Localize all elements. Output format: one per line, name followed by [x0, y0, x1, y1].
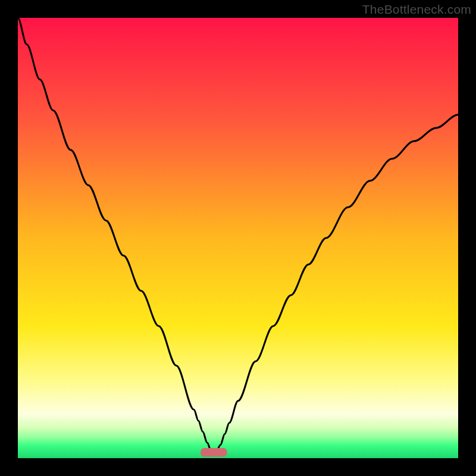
- optimum-marker: [201, 448, 227, 457]
- gradient-background: [18, 18, 458, 458]
- chart-svg: [18, 18, 458, 458]
- watermark-text: TheBottleneck.com: [362, 2, 471, 17]
- plot-area: [18, 18, 458, 458]
- chart-frame: TheBottleneck.com: [0, 0, 476, 476]
